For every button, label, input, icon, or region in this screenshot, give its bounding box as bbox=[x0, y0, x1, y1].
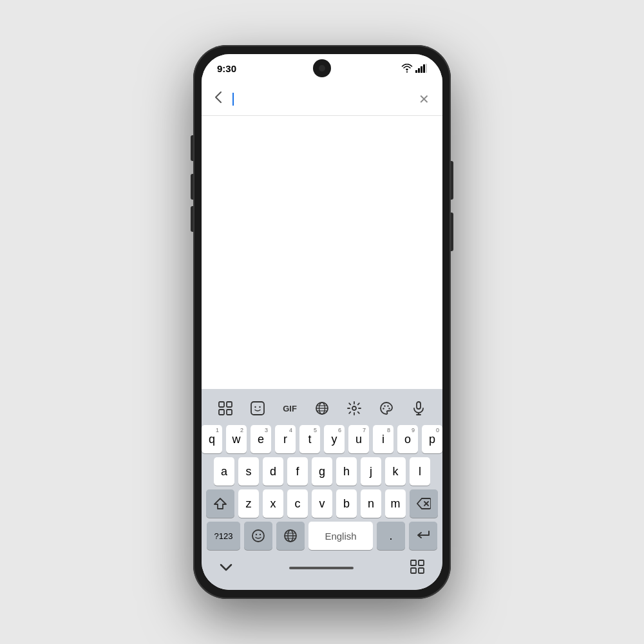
svg-rect-0 bbox=[415, 70, 417, 73]
key-h[interactable]: h bbox=[336, 457, 357, 486]
enter-key[interactable] bbox=[409, 522, 437, 550]
svg-rect-3 bbox=[423, 64, 425, 73]
toolbar-palette[interactable] bbox=[375, 397, 398, 420]
svg-point-27 bbox=[252, 530, 264, 542]
enter-icon bbox=[416, 529, 430, 543]
search-bar[interactable]: ✕ bbox=[202, 82, 442, 116]
key-y[interactable]: 6y bbox=[324, 425, 345, 453]
toolbar-emoji-grid[interactable] bbox=[214, 397, 237, 420]
svg-point-10 bbox=[254, 406, 256, 408]
key-u[interactable]: 7u bbox=[348, 425, 369, 453]
space-label: English bbox=[325, 531, 356, 542]
close-button[interactable]: ✕ bbox=[416, 89, 432, 109]
key-f[interactable]: f bbox=[287, 457, 308, 486]
key-b[interactable]: b bbox=[336, 489, 357, 518]
keyboard-row-1: 1q 2w 3e 4r 5t 6y 7u 8i 9o 0p bbox=[204, 425, 440, 453]
toolbar-settings[interactable] bbox=[343, 397, 366, 420]
key-k[interactable]: k bbox=[385, 457, 406, 486]
svg-rect-9 bbox=[251, 402, 264, 415]
emoji-key[interactable] bbox=[244, 522, 272, 550]
key-w[interactable]: 2w bbox=[226, 425, 247, 453]
back-button[interactable] bbox=[212, 88, 225, 110]
toolbar-mic[interactable] bbox=[407, 397, 430, 420]
svg-point-28 bbox=[256, 534, 257, 535]
search-input[interactable] bbox=[232, 88, 408, 111]
main-content bbox=[202, 116, 442, 389]
keyboard-grid-button[interactable] bbox=[410, 560, 424, 576]
svg-point-21 bbox=[388, 408, 390, 409]
notch bbox=[313, 59, 331, 77]
svg-rect-7 bbox=[219, 410, 224, 415]
keyboard-grid-icon bbox=[410, 560, 424, 574]
svg-rect-37 bbox=[411, 568, 416, 573]
svg-point-18 bbox=[383, 408, 384, 409]
toolbar-gif[interactable]: GIF bbox=[278, 397, 301, 420]
toolbar-translate[interactable] bbox=[310, 397, 334, 420]
key-m[interactable]: m bbox=[385, 489, 406, 518]
key-s[interactable]: s bbox=[238, 457, 259, 486]
chevron-down-icon bbox=[220, 564, 232, 573]
key-z[interactable]: z bbox=[238, 489, 259, 518]
emoji-icon bbox=[251, 529, 265, 543]
svg-rect-2 bbox=[421, 66, 422, 73]
svg-rect-1 bbox=[418, 68, 420, 73]
nav-bar bbox=[204, 554, 440, 587]
space-key[interactable]: English bbox=[308, 522, 373, 550]
globe-key[interactable] bbox=[276, 522, 305, 550]
svg-rect-38 bbox=[419, 568, 424, 573]
key-r[interactable]: 4r bbox=[275, 425, 296, 453]
signal-icon bbox=[415, 64, 427, 73]
key-x[interactable]: x bbox=[263, 489, 283, 518]
key-t[interactable]: 5t bbox=[299, 425, 320, 453]
key-o[interactable]: 9o bbox=[397, 425, 418, 453]
emoji-grid-icon bbox=[218, 401, 232, 415]
svg-rect-8 bbox=[227, 410, 232, 415]
key-n[interactable]: n bbox=[361, 489, 381, 518]
key-d[interactable]: d bbox=[263, 457, 283, 486]
num-switch-key[interactable]: ?123 bbox=[207, 522, 240, 550]
num-switch-label: ?123 bbox=[214, 531, 233, 541]
status-bar: 9:30 bbox=[202, 54, 442, 82]
svg-rect-36 bbox=[419, 560, 424, 565]
svg-rect-5 bbox=[219, 402, 224, 407]
globe-icon bbox=[283, 529, 298, 543]
key-p[interactable]: 0p bbox=[422, 425, 442, 453]
palette-icon bbox=[379, 401, 393, 415]
chevron-down-button[interactable] bbox=[220, 561, 232, 576]
key-c[interactable]: c bbox=[287, 489, 308, 518]
svg-rect-22 bbox=[417, 402, 421, 409]
svg-rect-6 bbox=[227, 402, 232, 407]
key-g[interactable]: g bbox=[312, 457, 332, 486]
phone-screen: 9:30 bbox=[202, 54, 442, 590]
backspace-icon bbox=[417, 498, 431, 509]
keyboard-toolbar: GIF bbox=[204, 394, 440, 425]
toolbar-sticker[interactable] bbox=[246, 397, 269, 420]
backspace-key[interactable] bbox=[410, 489, 438, 518]
key-j[interactable]: j bbox=[361, 457, 381, 486]
key-l[interactable]: l bbox=[410, 457, 430, 486]
shift-icon bbox=[214, 497, 227, 510]
mic-icon bbox=[412, 401, 426, 415]
keyboard-bottom-row: ?123 bbox=[204, 522, 440, 550]
key-q[interactable]: 1q bbox=[202, 425, 222, 453]
svg-rect-35 bbox=[411, 560, 416, 565]
svg-point-17 bbox=[352, 406, 356, 410]
key-v[interactable]: v bbox=[312, 489, 332, 518]
period-key[interactable]: . bbox=[377, 522, 405, 550]
svg-rect-4 bbox=[426, 64, 427, 73]
key-i[interactable]: 8i bbox=[373, 425, 393, 453]
gif-label: GIF bbox=[283, 404, 297, 413]
shift-key[interactable] bbox=[206, 489, 234, 518]
camera-icon bbox=[319, 65, 325, 71]
home-indicator bbox=[289, 567, 354, 569]
key-e[interactable]: 3e bbox=[251, 425, 271, 453]
settings-icon bbox=[347, 401, 361, 415]
period-label: . bbox=[389, 529, 392, 543]
keyboard-row-2: a s d f g h j k l bbox=[204, 457, 440, 486]
svg-point-11 bbox=[259, 406, 260, 408]
wifi-icon bbox=[401, 64, 413, 73]
key-a[interactable]: a bbox=[214, 457, 234, 486]
translate-icon bbox=[315, 401, 329, 415]
svg-point-29 bbox=[260, 534, 261, 535]
status-time: 9:30 bbox=[217, 63, 236, 74]
